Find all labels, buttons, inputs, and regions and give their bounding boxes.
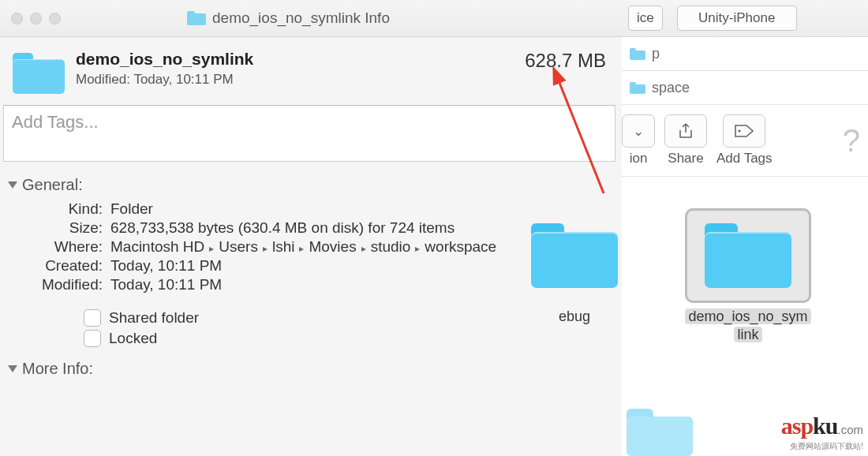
more-info-disclosure[interactable]: More Info: xyxy=(8,360,614,378)
file-grid: ebug demo_ios_no_sym link xyxy=(622,177,868,445)
svg-point-0 xyxy=(739,129,741,132)
tags-input[interactable]: Add Tags... xyxy=(3,105,615,162)
folder-icon xyxy=(630,48,645,60)
created-value: Today, 10:11 PM xyxy=(110,257,222,275)
item-label: ebug xyxy=(559,308,590,324)
path-row: space xyxy=(622,71,868,105)
finder-window: ice Unity-iPhone p space ⌄ ion Share Add… xyxy=(622,0,868,456)
close-window-icon[interactable] xyxy=(11,13,23,24)
where-value: Macintosh HD▸Users▸lshi▸Movies▸studio▸wo… xyxy=(110,238,496,256)
general-disclosure[interactable]: General: xyxy=(8,176,614,194)
share-button[interactable]: Share xyxy=(664,114,707,166)
titlebar: demo_ios_no_symlink Info xyxy=(0,0,622,37)
window-title: demo_ios_no_symlink Info xyxy=(212,9,390,27)
path-segment[interactable]: space xyxy=(652,80,690,96)
folder-item-selected[interactable]: demo_ios_no_sym link xyxy=(677,208,819,343)
summary-row: demo_ios_no_symlink Modified: Today, 10:… xyxy=(0,37,622,102)
folder-icon xyxy=(13,53,65,94)
checkbox-icon[interactable] xyxy=(84,309,101,327)
modified-value: Today, 10:11 PM xyxy=(110,276,222,293)
section-title: General: xyxy=(22,176,83,194)
created-label: Created: xyxy=(8,257,103,275)
where-label: Where: xyxy=(8,238,103,256)
kind-label: Kind: xyxy=(8,200,103,218)
finder-tab[interactable]: Unity-iPhone xyxy=(677,6,797,31)
tag-icon xyxy=(734,124,754,138)
folder-icon xyxy=(630,82,645,94)
zoom-window-icon[interactable] xyxy=(49,13,61,24)
watermark: aspku.com 免费网站源码下载站! xyxy=(781,413,863,452)
size-label: Size: xyxy=(8,219,103,237)
size-value: 628,733,538 bytes (630.4 MB on disk) for… xyxy=(110,219,455,237)
toolbar-label: Add Tags xyxy=(716,151,773,166)
finder-tab[interactable]: ice xyxy=(628,6,663,31)
folder-icon xyxy=(705,223,791,288)
finder-toolbar: ⌄ ion Share Add Tags ? xyxy=(622,105,868,177)
action-menu[interactable]: ⌄ ion xyxy=(622,114,655,166)
toolbar-label: ion xyxy=(630,151,648,166)
finder-tabs: ice Unity-iPhone xyxy=(622,0,868,37)
minimize-window-icon[interactable] xyxy=(30,13,42,24)
section-title: More Info: xyxy=(22,360,93,378)
modified-label: Modified: xyxy=(8,276,103,293)
item-label: link xyxy=(734,327,761,342)
folder-item[interactable]: ebug xyxy=(503,208,645,326)
item-size: 628.7 MB xyxy=(525,50,606,72)
path-row: p xyxy=(622,37,868,71)
help-icon[interactable]: ? xyxy=(843,123,860,159)
locked-label: Locked xyxy=(109,330,157,347)
more-info-section: More Info: xyxy=(0,355,622,389)
item-label: demo_ios_no_sym xyxy=(685,308,810,324)
path-segment[interactable]: p xyxy=(652,46,660,62)
kind-value: Folder xyxy=(110,200,153,218)
checkbox-icon[interactable] xyxy=(84,330,101,347)
folder-icon xyxy=(531,223,618,288)
window-controls xyxy=(11,13,61,24)
locked-row[interactable]: Locked xyxy=(84,330,614,347)
add-tags-button[interactable]: Add Tags xyxy=(716,114,773,166)
chevron-down-icon xyxy=(8,181,17,189)
share-icon xyxy=(678,122,694,140)
folder-icon xyxy=(187,11,206,25)
toolbar-label: Share xyxy=(668,151,703,166)
chevron-down-icon: ⌄ xyxy=(633,123,644,140)
modified-line: Modified: Today, 10:11 PM xyxy=(76,72,253,88)
shared-label: Shared folder xyxy=(109,309,199,327)
tags-placeholder: Add Tags... xyxy=(12,112,99,132)
chevron-down-icon xyxy=(8,365,17,372)
folder-icon xyxy=(622,409,701,456)
item-name: demo_ios_no_symlink xyxy=(76,50,253,69)
